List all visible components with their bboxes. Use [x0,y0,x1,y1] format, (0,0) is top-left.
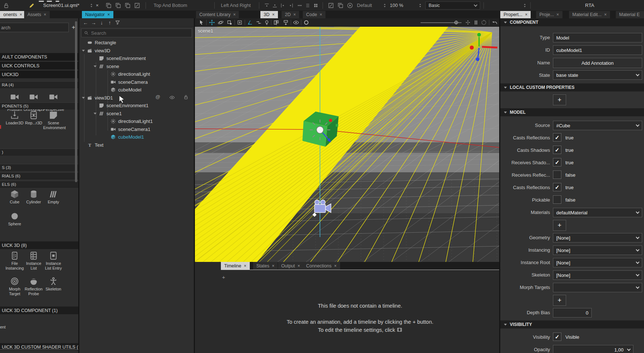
import-icon[interactable] [115,2,121,9]
navigator-search[interactable] [81,29,192,37]
skeleton-dropdown[interactable]: [None] [553,270,642,280]
filter-icon[interactable] [115,20,120,25]
close-icon[interactable]: × [298,263,300,268]
close-icon[interactable]: × [557,12,559,17]
navigator-item-view3d[interactable]: view3D [87,47,110,55]
select-tool-icon[interactable] [198,19,204,26]
camera-speed-icon[interactable] [465,19,471,26]
state-dropdown[interactable]: base state [553,70,642,80]
component-item-instance-list-entry[interactable]: Instance List Entry [43,251,64,271]
add-annotation-button[interactable]: Add Annotation [553,58,642,68]
style-spinner-icon[interactable] [382,2,387,9]
geometry-dropdown[interactable]: [None] [553,233,642,243]
zoom-spinner-icon[interactable] [418,2,423,9]
tab-3d[interactable]: 3D× [260,11,278,18]
snap-config-icon[interactable] [283,19,289,26]
close-icon[interactable]: × [233,12,236,17]
component-item-cube[interactable]: Cube [4,189,25,204]
category-components[interactable]: PONENTS (5) [0,102,78,109]
flag-checkbox-0[interactable] [553,133,561,142]
local-orientation-icon[interactable] [247,19,253,26]
close-icon[interactable]: × [525,12,527,17]
tab-code[interactable]: Code× [303,11,325,18]
close-icon[interactable]: × [108,12,110,17]
duplicate-icon[interactable] [124,2,131,9]
undo-view-icon[interactable] [492,19,498,26]
add-custom-property-button[interactable]: + [553,94,566,105]
workspace-left-right-button[interactable]: Left And Right [221,3,251,8]
navigator-item-cubemodel[interactable]: cubeModel [110,86,142,94]
slider-handle-icon[interactable] [453,19,459,26]
navigator-item-scene[interactable]: scene [99,63,119,70]
component-item-clipped-camera[interactable]: an [0,76,4,102]
frame-icon[interactable] [134,2,140,9]
tab-material-browser[interactable]: Material E [616,11,644,18]
distribute-icon[interactable] [297,2,302,9]
flag-checkbox-3[interactable] [553,170,561,179]
tab-connections[interactable]: Connections× [303,262,340,270]
tab-navigator[interactable]: Navigator× [82,11,113,18]
tab-2d[interactable]: 2D× [282,11,299,18]
component-item-reflection-probe[interactable]: Reflection Probe [23,277,44,296]
fit-selected-icon[interactable] [237,19,243,26]
workspace-top-bottom-button[interactable]: Top And Bottom [154,3,187,8]
add-morph-target-button[interactable]: + [553,295,566,306]
category-models[interactable]: ELS (6) [0,181,78,188]
close-icon[interactable]: × [293,12,296,17]
close-icon[interactable]: × [44,12,46,17]
morph-targets-dropdown[interactable] [553,283,642,292]
visibility-checkbox[interactable] [553,333,561,341]
add-timeline-button[interactable]: + [222,274,225,280]
flag-checkbox-1[interactable] [553,146,561,154]
tab-projects[interactable]: Proje...× [536,11,562,18]
flag-checkbox-5[interactable] [553,195,561,204]
edit-state-icon[interactable] [328,2,334,9]
tab-content-library[interactable]: Content Library× [196,11,239,18]
pause-particles-icon[interactable] [473,19,479,26]
component-item-scene-environment[interactable]: Scene Environment [43,110,64,130]
layout-rows-icon[interactable] [305,2,310,9]
instance-root-dropdown[interactable]: [None] [553,258,642,267]
anchor-top-icon[interactable] [264,2,270,9]
zoom-level[interactable]: 100 % [390,3,403,8]
category-clipped[interactable]: ) [0,149,78,155]
viewport-3d[interactable]: scene1 [195,27,499,262]
navigator-item-text[interactable]: Text [87,141,103,149]
move-handle-x[interactable] [329,119,332,122]
category-quick3d-8[interactable]: UICK 3D (8) [0,241,78,249]
category-materials[interactable]: RIALS (6) [0,172,78,179]
component-item-cylinder[interactable]: Cylinder [23,189,44,204]
group-header-default-components[interactable]: AULT COMPONENTS [0,53,78,61]
global-orientation-icon[interactable] [256,19,262,26]
navigator-item-view3d1[interactable]: view3D1 [87,94,113,102]
tab-states[interactable]: States× [253,262,278,270]
restart-particles-icon[interactable] [481,19,487,26]
viewport-canvas[interactable] [195,27,499,262]
document-spinner-icon[interactable] [89,2,94,9]
components-scrollbar[interactable] [75,21,77,182]
depth-bias-field[interactable]: 0 [553,308,592,318]
close-icon[interactable]: × [320,12,322,17]
anchor-left-icon[interactable] [280,3,286,8]
navigator-item-scene1[interactable]: scene1 [99,110,122,117]
navigator-item-sceneenvironment[interactable]: sceneEnvironment [99,55,146,62]
tab-output[interactable]: Output× [278,262,304,270]
background-color-icon[interactable] [303,19,309,26]
move-right-icon[interactable]: → [90,19,97,26]
category-lights[interactable]: S (3) [0,164,78,171]
move-down-icon[interactable]: ↓ [98,19,105,26]
close-icon[interactable]: × [272,12,275,17]
clone-state-icon[interactable] [337,2,344,9]
navigator-item-cubemodel1-selected[interactable]: cubeModel1 [110,133,144,141]
edit-document-icon[interactable] [29,2,35,9]
navigator-item-scenecamera1[interactable]: sceneCamera1 [110,125,150,133]
run-preview-icon[interactable] [347,2,353,9]
flag-checkbox-2[interactable] [553,158,561,166]
collapse-icon[interactable] [94,65,97,67]
navigator-item-directionallight[interactable]: directionalLight [110,70,150,78]
timeline-settings-icon[interactable] [397,327,402,333]
materials-dropdown[interactable]: defaultMaterial [553,208,642,217]
component-item-repeater3d[interactable]: Rep...r3D [23,110,44,125]
rotate-tool-icon[interactable] [218,19,224,26]
component-item-morph-target[interactable]: Morph Target [4,277,25,296]
